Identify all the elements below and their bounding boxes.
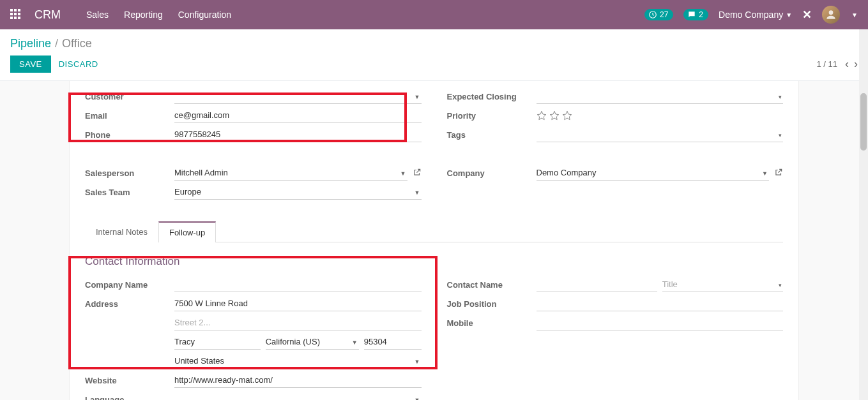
top-navbar: CRM Sales Reporting Configuration 27 2 D… bbox=[0, 0, 868, 29]
contact-name-input[interactable] bbox=[537, 277, 657, 292]
contact-section-title: Contact Information bbox=[85, 255, 783, 268]
tags-label: Tags bbox=[447, 130, 537, 140]
expected-closing-input[interactable] bbox=[537, 89, 784, 104]
breadcrumb-current: Office bbox=[62, 37, 92, 50]
scrollbar-thumb[interactable] bbox=[860, 93, 867, 151]
close-icon[interactable]: ✕ bbox=[802, 8, 812, 22]
star-icon[interactable] bbox=[562, 110, 572, 121]
user-caret-icon[interactable]: ▼ bbox=[851, 11, 858, 19]
pager-prev-icon[interactable]: ‹ bbox=[845, 57, 849, 71]
customer-input[interactable] bbox=[174, 89, 422, 104]
phone-label: Phone bbox=[85, 130, 174, 140]
pager: 1 / 11 ‹ › bbox=[816, 57, 858, 71]
star-icon[interactable] bbox=[537, 110, 547, 121]
tab-followup[interactable]: Follow-up bbox=[158, 221, 216, 242]
pager-count: 1 / 11 bbox=[816, 59, 837, 69]
tab-internal-notes[interactable]: Internal Notes bbox=[85, 221, 158, 242]
form-gutter-right bbox=[799, 81, 868, 400]
breadcrumb: Pipeline / Office bbox=[0, 29, 868, 56]
app-title: CRM bbox=[34, 8, 61, 22]
company-selector[interactable]: Demo Company ▼ bbox=[719, 10, 792, 20]
language-label: Language bbox=[85, 395, 174, 401]
external-link-icon[interactable] bbox=[413, 168, 422, 179]
nav-reporting[interactable]: Reporting bbox=[124, 10, 163, 20]
street2-input[interactable] bbox=[174, 315, 422, 330]
mobile-input[interactable] bbox=[537, 315, 784, 330]
priority-label: Priority bbox=[447, 111, 537, 121]
caret-down-icon: ▼ bbox=[786, 11, 792, 19]
tags-input[interactable] bbox=[537, 127, 784, 142]
language-input[interactable] bbox=[174, 392, 422, 400]
email-input[interactable] bbox=[174, 108, 422, 123]
star-icon[interactable] bbox=[549, 110, 560, 121]
message-badge[interactable]: 2 bbox=[683, 9, 708, 20]
apps-icon[interactable] bbox=[10, 9, 22, 20]
pager-next-icon[interactable]: › bbox=[854, 57, 858, 71]
street1-input[interactable] bbox=[174, 296, 422, 311]
form-gutter-left bbox=[0, 81, 69, 400]
form-body: Customer ▼ Email Phone bbox=[69, 81, 799, 400]
customer-label: Customer bbox=[85, 92, 174, 101]
title-input[interactable] bbox=[662, 277, 783, 292]
company-label: Company bbox=[447, 168, 537, 178]
zip-input[interactable] bbox=[364, 334, 422, 350]
breadcrumb-parent[interactable]: Pipeline bbox=[10, 37, 51, 50]
state-input[interactable] bbox=[266, 334, 359, 350]
mobile-label: Mobile bbox=[447, 318, 537, 328]
contact-name-label: Contact Name bbox=[447, 280, 537, 290]
job-position-label: Job Position bbox=[447, 299, 537, 309]
clock-icon bbox=[648, 10, 657, 19]
chat-icon bbox=[687, 10, 696, 19]
salesperson-label: Salesperson bbox=[85, 168, 174, 178]
action-bar: SAVE DISCARD 1 / 11 ‹ › bbox=[0, 56, 868, 81]
svg-point-1 bbox=[829, 10, 834, 15]
salesteam-label: Sales Team bbox=[85, 188, 174, 197]
nav-sales[interactable]: Sales bbox=[86, 10, 109, 20]
save-button[interactable]: SAVE bbox=[10, 56, 51, 73]
discard-button[interactable]: DISCARD bbox=[59, 59, 98, 69]
salesteam-input[interactable] bbox=[174, 184, 422, 200]
breadcrumb-sep: / bbox=[55, 37, 58, 50]
external-link-icon[interactable] bbox=[774, 168, 783, 179]
email-label: Email bbox=[85, 111, 174, 121]
vertical-scrollbar[interactable] bbox=[859, 29, 868, 400]
company-input[interactable] bbox=[537, 165, 770, 181]
website-input[interactable] bbox=[174, 373, 422, 388]
company-name-input[interactable] bbox=[174, 277, 422, 292]
expected-closing-label: Expected Closing bbox=[447, 92, 537, 101]
user-avatar[interactable] bbox=[822, 6, 840, 24]
country-input[interactable] bbox=[174, 353, 422, 369]
tabs: Internal Notes Follow-up bbox=[85, 221, 783, 242]
job-position-input[interactable] bbox=[537, 296, 784, 311]
salesperson-input[interactable] bbox=[174, 165, 407, 181]
phone-input[interactable] bbox=[174, 127, 422, 142]
activity-badge[interactable]: 27 bbox=[644, 9, 673, 20]
city-input[interactable] bbox=[174, 334, 261, 350]
address-label: Address bbox=[85, 299, 174, 309]
website-label: Website bbox=[85, 376, 174, 385]
company-name-label: Company Name bbox=[85, 280, 174, 290]
nav-configuration[interactable]: Configuration bbox=[178, 10, 231, 20]
